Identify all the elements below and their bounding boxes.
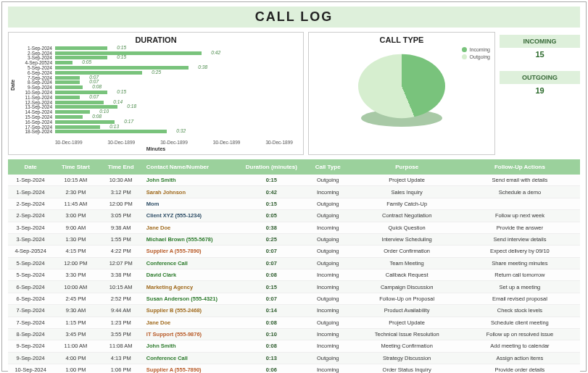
bar-value-label: 0:15 (117, 54, 126, 59)
table-cell: John Smith (144, 175, 241, 186)
page-title: CALL LOG (8, 7, 580, 28)
table-cell: 0:15 (241, 175, 302, 186)
table-cell: John Smith (144, 340, 241, 352)
table-cell: 0:15 (241, 198, 302, 209)
bar-value-label: 0:07 (89, 94, 99, 99)
incoming-stat-card: INCOMING 15 (500, 35, 580, 61)
table-cell: IT Support (555-9876) (144, 328, 241, 340)
table-cell: 7-Sep-2024 (8, 305, 53, 317)
table-cell: Outgoing (302, 198, 355, 209)
bar-value-label: 0:15 (117, 45, 126, 50)
table-cell: Set up a meeting (460, 281, 580, 293)
table-cell: 3:55 PM (99, 328, 144, 340)
table-cell: 9-Sep-2024 (8, 352, 53, 364)
table-cell: 1:23 PM (99, 317, 144, 328)
bar-row: 2-Sep-20240:42 (55, 51, 293, 56)
bar-rect: 0:07 (55, 76, 80, 80)
table-row: 1-Sep-202410:15 AM10:30 AMJohn Smith0:15… (8, 175, 580, 186)
table-cell: 0:08 (241, 317, 302, 328)
table-cell: Conference Call (144, 257, 241, 269)
calltype-chart: CALL TYPE Incoming Outgoing (308, 32, 495, 155)
table-cell: 0:08 (241, 269, 302, 281)
column-header: Date (8, 159, 53, 175)
table-cell: 9-Sep-2024 (8, 340, 53, 352)
table-cell: 0:10 (241, 328, 302, 340)
table-cell: 2:52 PM (99, 293, 144, 304)
table-cell: Campaign Discussion (355, 281, 460, 293)
table-cell: 9:44 AM (99, 305, 144, 317)
bar-row: 4-Sep-205240:05 (55, 60, 293, 65)
table-cell: Outgoing (302, 210, 355, 222)
table-cell: Interview Scheduling (355, 233, 460, 245)
table-row: 2-Sep-202411:45 AM12:00 PMMom0:15Outgoin… (8, 198, 580, 209)
bar-rect: 0:07 (55, 80, 80, 84)
table-cell: 3-Sep-2024 (8, 222, 53, 233)
table-cell: David Clark (144, 269, 241, 281)
table-cell: 1-Sep-2024 (8, 175, 53, 186)
pie-chart-icon (358, 47, 445, 127)
table-cell: Incoming (302, 340, 355, 352)
table-cell: 11:08 AM (99, 340, 144, 352)
table-row: 4-Sep-205244:15 PM4:22 PMSupplier A (555… (8, 246, 580, 257)
table-cell: 1:55 PM (99, 233, 144, 245)
table-cell: 2:45 PM (53, 293, 98, 304)
bar-row: 11-Sep-20240:07 (55, 95, 293, 100)
table-cell: Schedule a demo (460, 186, 580, 198)
table-cell: Add meeting to calendar (460, 340, 580, 352)
table-cell: Order Confirmation (355, 246, 460, 257)
table-cell: 3:00 PM (53, 210, 98, 222)
table-cell: 0:38 (241, 222, 302, 233)
bar-value-label: 0:17 (124, 119, 133, 124)
table-cell: 1:15 PM (53, 317, 98, 328)
table-cell: Technical Issue Resolution (355, 328, 460, 340)
table-cell: 5-Sep-2024 (8, 257, 53, 269)
table-cell: Project Update (355, 175, 460, 186)
bar-row: 12-Sep-20240:14 (55, 100, 293, 105)
table-cell: Contract Negotiation (355, 210, 460, 222)
table-cell: 3:45 PM (53, 328, 98, 340)
table-row: 6-Sep-202410:00 AM10:15 AMMarketing Agen… (8, 281, 580, 293)
table-cell: Client XYZ (555-1234) (144, 210, 241, 222)
table-row: 8-Sep-20243:45 PM3:55 PMIT Support (555-… (8, 328, 580, 340)
table-cell: 7-Sep-2024 (8, 317, 53, 328)
table-cell: Provide the answer (460, 222, 580, 233)
table-cell: 5-Sep-2024 (8, 269, 53, 281)
bar-value-label: 0:14 (113, 99, 123, 104)
column-header: Call Type (302, 159, 355, 175)
table-row: 5-Sep-20243:30 PM3:38 PMDavid Clark0:08I… (8, 269, 580, 281)
bar-row: 16-Sep-20240:17 (55, 120, 293, 125)
bar-row: 9-Sep-20240:08 (55, 85, 293, 90)
table-cell: 4-Sep-20524 (8, 246, 53, 257)
bar-value-label: 0:32 (176, 128, 186, 133)
bar-value-label: 0:25 (152, 70, 161, 75)
table-cell: 0:25 (241, 233, 302, 245)
x-tick: 30-Dec-1899 (55, 140, 83, 145)
call-log-page: CALL LOG DURATION Date 1-Sep-20240:152-S… (1, 1, 587, 372)
bar-rect: 0:25 (55, 71, 142, 75)
table-row: 3-Sep-20241:30 PM1:55 PMMichael Brown (5… (8, 233, 580, 245)
bar-rect: 0:15 (55, 56, 107, 59)
duration-x-axis: 30-Dec-189930-Dec-189930-Dec-189930-Dec-… (55, 140, 293, 145)
x-tick: 30-Dec-1899 (213, 140, 241, 145)
table-cell: Meeting Confirmation (355, 340, 460, 352)
calltype-chart-title: CALL TYPE (313, 35, 490, 44)
table-row: 7-Sep-20249:30 AM9:44 AMSupplier B (555-… (8, 305, 580, 317)
call-log-table: DateTime StartTime EndContact Name/Numbe… (8, 159, 580, 373)
bar-rect: 0:38 (55, 66, 189, 70)
table-row: 5-Sep-202412:00 PM12:07 PMConference Cal… (8, 257, 580, 269)
incoming-stat-value: 15 (500, 48, 580, 61)
top-row: DURATION Date 1-Sep-20240:152-Sep-20240:… (8, 32, 580, 155)
duration-bars-area: 1-Sep-20240:152-Sep-20240:423-Sep-20240:… (55, 46, 293, 138)
bar-rect: 0:32 (55, 130, 167, 133)
table-cell: Mom (144, 198, 241, 209)
bar-value-label: 0:13 (109, 124, 119, 129)
table-cell: Incoming (302, 305, 355, 317)
table-cell: 0:42 (241, 186, 302, 198)
table-cell: 11:45 AM (53, 198, 98, 209)
table-cell: Outgoing (302, 246, 355, 257)
table-cell: Incoming (302, 364, 355, 374)
table-cell: Product Availability (355, 305, 460, 317)
outgoing-stat-label: OUTGOING (500, 71, 580, 84)
table-cell: Outgoing (302, 233, 355, 245)
bar-rect: 0:15 (55, 46, 107, 50)
